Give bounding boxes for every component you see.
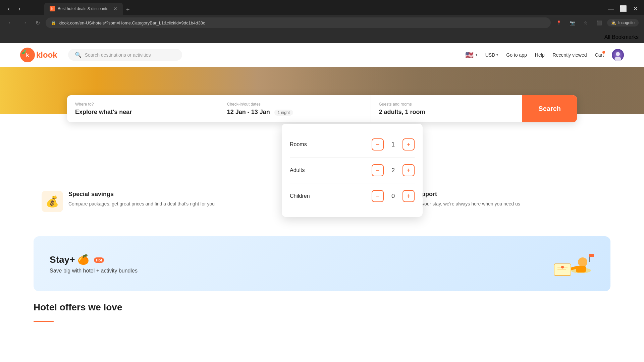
avatar-image bbox=[612, 49, 624, 61]
header-search-bar[interactable]: 🔍 Search destinations or activities bbox=[68, 49, 182, 61]
close-btn[interactable]: ✕ bbox=[631, 4, 640, 13]
search-panel-wrapper: Where to? Explore what's near Check-in/o… bbox=[0, 95, 644, 122]
adults-stepper-controls: − 2 + bbox=[372, 164, 415, 176]
rooms-label: Rooms bbox=[290, 141, 307, 147]
camera-off-btn[interactable]: 📷 bbox=[567, 17, 578, 28]
incognito-badge: 🕵 Incognito bbox=[607, 19, 639, 26]
checkin-value: 12 Jan - 13 Jan 1 night bbox=[227, 109, 363, 116]
guests-label: Guests and rooms bbox=[379, 102, 515, 107]
svg-text:k: k bbox=[26, 52, 29, 58]
location-btn[interactable]: 📍 bbox=[553, 17, 564, 28]
stayplus-subtitle: Save big with hotel + activity bundles bbox=[50, 268, 138, 274]
klook-header: k klook 🔍 Search destinations or activit… bbox=[0, 43, 644, 67]
flag-icon: 🇺🇸 bbox=[465, 51, 474, 59]
help-link[interactable]: Help bbox=[535, 52, 545, 58]
hotel-section-title: Hotel offers we love bbox=[34, 302, 610, 313]
star-btn[interactable]: ☆ bbox=[580, 17, 591, 28]
guests-value: 2 adults, 1 room bbox=[379, 109, 515, 116]
checkin-label: Check-in/out dates bbox=[227, 102, 363, 107]
klook-logo-text: klook bbox=[36, 50, 57, 60]
currency-selector[interactable]: USD ▾ bbox=[485, 52, 498, 58]
new-tab-btn[interactable]: + bbox=[123, 5, 132, 15]
children-increment-btn[interactable]: + bbox=[402, 190, 415, 202]
feature-savings-text: Special savings Compare packages, get gr… bbox=[68, 191, 215, 207]
tab-close-btn[interactable]: ✕ bbox=[113, 6, 117, 11]
search-panel: Where to? Explore what's near Check-in/o… bbox=[67, 95, 577, 122]
lock-icon: 🔒 bbox=[51, 20, 56, 25]
stayplus-hot-badge: Hot bbox=[94, 257, 104, 263]
stayplus-left: Stay+ 🍊 Hot Save big with hotel + activi… bbox=[50, 254, 138, 274]
guests-field[interactable]: Guests and rooms 2 adults, 1 room bbox=[371, 95, 523, 122]
forward-btn[interactable]: → bbox=[19, 17, 30, 28]
address-bar[interactable]: 🔒 klook.com/en-US/hotels/?spm=Home.Categ… bbox=[46, 17, 551, 28]
cart-link[interactable]: Cart bbox=[595, 52, 604, 58]
rooms-increment-btn[interactable]: + bbox=[402, 138, 415, 150]
maximize-btn[interactable]: ⬜ bbox=[619, 4, 628, 13]
rooms-value: 1 bbox=[389, 141, 397, 148]
minimize-btn[interactable]: — bbox=[606, 4, 616, 13]
svg-point-8 bbox=[578, 257, 587, 267]
language-selector[interactable]: 🇺🇸 ▾ bbox=[465, 51, 477, 59]
adults-stepper-row: Adults − 2 + bbox=[290, 158, 415, 183]
feature-card-savings: 💰 Special savings Compare packages, get … bbox=[34, 183, 318, 220]
go-to-app-link[interactable]: Go to app bbox=[506, 52, 527, 58]
svg-point-14 bbox=[561, 266, 564, 268]
night-badge: 1 night bbox=[274, 110, 293, 116]
address-text: klook.com/en-US/hotels/?spm=Home.Categor… bbox=[59, 20, 545, 25]
stayplus-illustration bbox=[534, 247, 594, 281]
guests-dropdown: Rooms − 1 + Adults − 2 + Children bbox=[282, 124, 423, 217]
back-btn[interactable]: ← bbox=[5, 17, 16, 28]
stayplus-title: Stay+ 🍊 Hot bbox=[50, 254, 138, 265]
adults-decrement-btn[interactable]: − bbox=[372, 164, 384, 176]
klook-logo-icon: k bbox=[20, 48, 35, 62]
klook-logo[interactable]: k klook bbox=[20, 48, 57, 62]
where-value: Explore what's near bbox=[75, 109, 211, 116]
checkin-field[interactable]: Check-in/out dates 12 Jan - 13 Jan 1 nig… bbox=[219, 95, 371, 122]
user-avatar[interactable] bbox=[612, 49, 624, 61]
savings-desc: Compare packages, get great prices and f… bbox=[68, 200, 215, 207]
nav-right-controls: 📍 📷 ☆ ⬛ 🕵 Incognito bbox=[553, 17, 639, 28]
page-content: k klook 🔍 Search destinations or activit… bbox=[0, 43, 644, 362]
extension-btn[interactable]: ⬛ bbox=[594, 17, 604, 28]
flag-chevron-icon: ▾ bbox=[476, 53, 477, 57]
savings-title: Special savings bbox=[68, 191, 215, 198]
bookmarks-label: All Bookmarks bbox=[604, 34, 639, 40]
hotel-section-underline bbox=[34, 321, 54, 322]
stayplus-svg-illustration bbox=[534, 247, 594, 281]
browser-nav-bar: ← → ↻ 🔒 klook.com/en-US/hotels/?spm=Home… bbox=[0, 15, 644, 31]
svg-rect-9 bbox=[576, 266, 586, 273]
recently-viewed-link[interactable]: Recently viewed bbox=[553, 52, 587, 58]
rooms-stepper-controls: − 1 + bbox=[372, 138, 415, 150]
search-button[interactable]: Search bbox=[522, 95, 577, 122]
browser-chrome: ‹ › K Best hotel deals & discounts - ✕ +… bbox=[0, 0, 644, 43]
tab-favicon: K bbox=[50, 6, 55, 11]
children-stepper-row: Children − 0 + bbox=[290, 183, 415, 209]
where-label: Where to? bbox=[75, 102, 211, 107]
browser-tab-bar: ‹ › K Best hotel deals & discounts - ✕ +… bbox=[0, 0, 644, 15]
savings-icon: 💰 bbox=[42, 191, 63, 212]
window-controls: — ⬜ ✕ bbox=[606, 4, 644, 13]
adults-value: 2 bbox=[389, 167, 397, 174]
bookmarks-bar: All Bookmarks bbox=[0, 31, 644, 43]
tab-list: K Best hotel deals & discounts - ✕ + bbox=[24, 3, 132, 15]
tab-prev-btn[interactable]: ‹ bbox=[4, 4, 13, 13]
tab-next-btn[interactable]: › bbox=[15, 4, 24, 13]
children-decrement-btn[interactable]: − bbox=[372, 190, 384, 202]
children-stepper-controls: − 0 + bbox=[372, 190, 415, 202]
search-placeholder-text: Search destinations or activities bbox=[85, 52, 151, 58]
header-right: 🇺🇸 ▾ USD ▾ Go to app Help Recently viewe… bbox=[465, 49, 624, 61]
currency-chevron-icon: ▾ bbox=[496, 53, 498, 57]
tab-title: Best hotel deals & discounts - bbox=[58, 6, 111, 11]
rooms-stepper-row: Rooms − 1 + bbox=[290, 132, 415, 158]
refresh-btn[interactable]: ↻ bbox=[32, 17, 43, 28]
stayplus-banner[interactable]: Stay+ 🍊 Hot Save big with hotel + activi… bbox=[34, 236, 610, 291]
where-to-field[interactable]: Where to? Explore what's near bbox=[67, 95, 219, 122]
adults-increment-btn[interactable]: + bbox=[402, 164, 415, 176]
hotel-offers-section: Hotel offers we love bbox=[34, 302, 610, 322]
adults-label: Adults bbox=[290, 167, 305, 173]
svg-rect-16 bbox=[589, 254, 594, 257]
active-tab[interactable]: K Best hotel deals & discounts - ✕ bbox=[44, 3, 123, 15]
rooms-decrement-btn[interactable]: − bbox=[372, 138, 384, 150]
children-value: 0 bbox=[389, 193, 397, 200]
children-label: Children bbox=[290, 193, 310, 199]
